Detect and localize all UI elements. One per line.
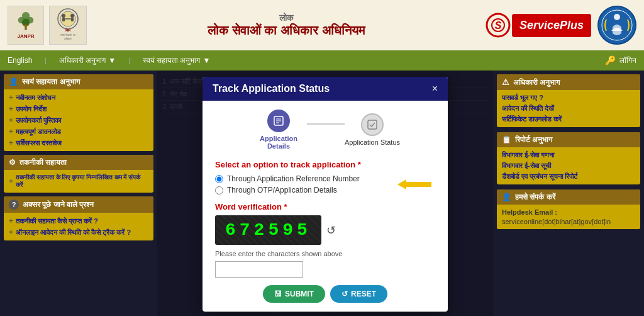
svg-text:अधिकार: अधिकार [64, 37, 72, 40]
janpr-logo: JANPR [8, 6, 44, 45]
key-icon: 🔑 [605, 55, 616, 65]
track-application-modal: Track Application Status × [203, 77, 448, 312]
reset-icon: ↺ [341, 290, 348, 298]
radio-options-container: Through Application Reference Number Thr… [215, 174, 435, 202]
svg-rect-27 [368, 120, 377, 129]
rs-contact-title: 👤 हमसे संपर्क करें [497, 189, 640, 205]
modal-overlay: Track Application Status × [157, 71, 493, 316]
sidebar-faq-track[interactable]: +ऑनलाइन आवेदन की स्थिति को कैसे ट्रैक कर… [9, 227, 148, 238]
submit-button[interactable]: 🖫 SUBMIT [263, 285, 325, 303]
modal-title: Track Application Status [213, 83, 330, 94]
sidebar-self-help-section: 👤 स्वयं सहायता अनुभाग +नवीनतम संशोधन +उप… [4, 74, 153, 151]
nav-english[interactable]: English [8, 56, 32, 65]
radio-ref-number[interactable] [215, 175, 223, 183]
sidebar-faq-tech[interactable]: +तकनीकी सहायता कैसे प्राप्त करें ? [9, 215, 148, 227]
steps-row: Application Details Application Status [215, 110, 435, 150]
sidebar-link-downloads[interactable]: +महत्वपूर्ण डाउनलोड [9, 126, 148, 137]
svg-text:लोक सेवाओं का: लोक सेवाओं का [60, 33, 75, 37]
rs-officer-title: ⚠ अधिकारी अनुभाग [497, 74, 640, 90]
reset-button[interactable]: ↺ RESET [330, 285, 387, 303]
required-star: * [358, 160, 361, 169]
step-1-circle [267, 110, 290, 132]
rs-contact-section: 👤 हमसे संपर्क करें Helpdesk Email : serv… [497, 189, 640, 229]
nav-self-help[interactable]: स्वयं सहायता अनुभाग ▼ [143, 56, 211, 65]
center-content: 1. आव सर्टि केंद्र 2. पोर् सेव 3. प्रलो … [157, 71, 493, 316]
header-logos-right: S ServicePlus [486, 6, 636, 45]
rs-dashboard-report[interactable]: डैशबोर्ड एव प्रबंधन सूचना रिपोर्ट [502, 171, 635, 182]
sidebar-link-latest[interactable]: +नवीनतम संशोधन [9, 92, 148, 103]
serviceplus-label: ServicePlus [512, 14, 591, 37]
rs-dept-eservice-count[interactable]: विभागवार ई-सेवा गणना [502, 150, 635, 161]
header-logos-left: JANPR बिहार लोक सेवाओं का अधिकार [8, 6, 87, 45]
form-section-title: Select an option to track application * [215, 160, 435, 169]
sidebar-tech-support-title: ⚙ तकनीकी सहायता [4, 155, 153, 170]
svg-rect-10 [62, 18, 65, 21]
left-sidebar: 👤 स्वयं सहायता अनुभाग +नवीनतम संशोधन +उप… [0, 71, 157, 316]
yellow-arrow-annotation [397, 177, 441, 194]
captcha-refresh-button[interactable]: ↺ [326, 223, 336, 237]
sidebar-link-user-manual[interactable]: +उपयोगकर्ता पुस्तिका [9, 115, 148, 126]
sidebar-self-help-title: 👤 स्वयं सहायता अनुभाग [4, 74, 153, 89]
modal-body: Application Details Application Status [203, 101, 448, 312]
sidebar-link-usage[interactable]: +उपयोग निर्देश [9, 103, 148, 115]
svg-text:S: S [495, 20, 502, 31]
rs-download-cert[interactable]: सर्टिफिकेट डाउनलोड करें [502, 114, 635, 125]
rs-officer-section: ⚠ अधिकारी अनुभाग पासवर्ड भूल गए ? आवेदन … [497, 74, 640, 127]
sidebar-link-contact[interactable]: +तकनीकी सहायता के लिए कृपया निम्नलिखित क… [9, 172, 148, 190]
question-icon: ? [9, 200, 19, 210]
sidebar-tech-support-section: ⚙ तकनीकी सहायता +तकनीकी सहायता के लिए कृ… [4, 155, 153, 193]
rs-forgot-password[interactable]: पासवर्ड भूल गए ? [502, 93, 635, 103]
modal-close-button[interactable]: × [432, 83, 438, 94]
header: JANPR बिहार लोक सेवाओं का अधिकार लोक लोक… [0, 0, 644, 50]
right-logo [597, 6, 636, 45]
gear-icon: ⚙ [9, 158, 16, 167]
step-1-label: Application Details [250, 135, 307, 150]
sidebar-link-docs[interactable]: +सर्विसप्लस दस्तावेज [9, 137, 148, 149]
step-2-circle [361, 113, 384, 136]
main-area: 👤 स्वयं सहायता अनुभाग +नवीनतम संशोधन +उप… [0, 71, 644, 316]
report-icon: 📋 [502, 135, 511, 144]
navbar: English | अधिकारी अनुभाग ▼ | स्वयं सहायत… [0, 50, 644, 71]
captcha-row: 672595 ↺ [215, 215, 435, 245]
svg-point-9 [62, 14, 65, 18]
sidebar-faq-section: ? अक्सर पूछे जाने वाले प्रश्न +तकनीकी सह… [4, 196, 153, 240]
step-2: Application Status [345, 113, 400, 146]
svg-point-11 [70, 14, 74, 18]
step-2-label: Application Status [345, 138, 400, 146]
svg-rect-4 [25, 25, 27, 30]
person-icon: 👤 [9, 77, 18, 86]
buttons-row: 🖫 SUBMIT ↺ RESET [215, 285, 435, 303]
warning-icon: ⚠ [502, 77, 509, 87]
rs-view-status[interactable]: आवेदन की स्थिति देखें [502, 103, 635, 114]
step-1: Application Details [250, 110, 307, 150]
svg-marker-29 [397, 179, 406, 189]
captcha-image: 672595 [215, 215, 321, 245]
step-connector [307, 123, 345, 125]
svg-rect-28 [404, 182, 431, 187]
contact-icon: 👤 [502, 193, 511, 201]
rs-dept-eservice-list[interactable]: विभागवार ई-सेवा सूची [502, 161, 635, 171]
svg-rect-12 [71, 18, 74, 21]
captcha-input[interactable] [215, 261, 303, 278]
state-emblem: बिहार लोक सेवाओं का अधिकार [49, 6, 87, 45]
modal-header: Track Application Status × [203, 77, 448, 101]
submit-icon: 🖫 [274, 290, 282, 298]
captcha-title: Word verification * [215, 202, 435, 212]
rs-report-section: 📋 रिपोर्ट अनुभाग विभागवार ई-सेवा गणना वि… [497, 132, 640, 184]
nav-login[interactable]: 🔑 लॉगिन [605, 55, 636, 65]
helpdesk-info: Helpdesk Email : serviceonline[dot]bihar… [497, 205, 640, 229]
svg-text:बिहार: बिहार [65, 28, 71, 32]
sidebar-faq-title: ? अक्सर पूछे जाने वाले प्रश्न [4, 196, 153, 213]
rs-report-title: 📋 रिपोर्ट अनुभाग [497, 132, 640, 147]
header-title: लोक लोक सेवाओं का अधिकार अधिनियम [93, 13, 479, 38]
svg-point-22 [614, 14, 620, 20]
right-sidebar: ⚠ अधिकारी अनुभाग पासवर्ड भूल गए ? आवेदन … [493, 71, 644, 316]
radio-otp[interactable] [215, 186, 223, 195]
captcha-hint: Please enter the characters shown above [215, 250, 435, 257]
nav-officer[interactable]: अधिकारी अनुभाग ▼ [59, 56, 116, 65]
